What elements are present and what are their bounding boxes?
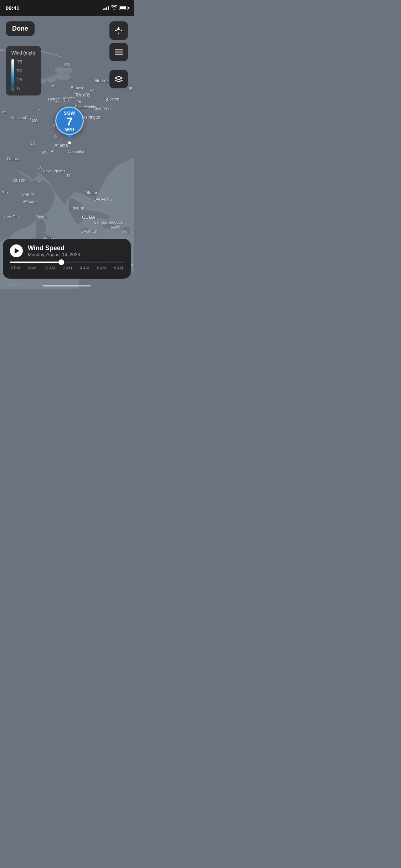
timeline-label-now: Now: [28, 266, 36, 270]
timeline-label-8am: 8 AM: [114, 266, 123, 270]
status-icons: [103, 5, 128, 11]
home-indicator: [43, 285, 91, 286]
map-container[interactable]: MontréalOttawaTorontoLondonDetroitBoston…: [0, 16, 134, 289]
svg-point-10: [91, 196, 93, 198]
timeline-labels: 8 PM Now 12 AM 2 AM 4 AM 6 AM 8 AM: [10, 266, 124, 270]
timeline-track[interactable]: [10, 262, 124, 263]
wind-gradient-bar: [11, 59, 14, 91]
svg-marker-26: [115, 76, 122, 80]
signal-bar-2: [104, 8, 106, 10]
svg-point-8: [102, 223, 115, 229]
map-data-link[interactable]: Map Data: [6, 282, 23, 286]
wind-scale-25: 25: [17, 77, 22, 82]
timeline-fill: [10, 262, 61, 263]
wind-speed: 7: [66, 116, 73, 127]
wind-pin: SSW 7 MPH: [55, 107, 84, 144]
layers-icon: [114, 76, 123, 83]
timeline-label-2am: 2 AM: [63, 266, 72, 270]
svg-point-12: [96, 203, 98, 205]
play-icon: [15, 248, 19, 254]
done-button[interactable]: Done: [6, 21, 35, 36]
signal-bar-4: [108, 6, 109, 10]
wind-scale-75: 75: [17, 59, 22, 64]
battery-icon: [119, 6, 128, 10]
panel-title: Wind Speed: [28, 244, 124, 252]
wind-scale-labels: 75 50 25 0: [17, 59, 22, 91]
panel-subtitle: Monday, August 14, 2023: [28, 252, 124, 257]
wind-legend-scale: 75 50 25 0: [11, 59, 36, 91]
panel-title-group: Wind Speed Monday, August 14, 2023: [28, 244, 124, 257]
svg-point-9: [122, 227, 131, 231]
status-bar: 09:41: [0, 0, 134, 16]
timeline-label-6am: 6 AM: [97, 266, 106, 270]
svg-point-7: [81, 227, 89, 232]
timeline-label-4am: 4 AM: [80, 266, 89, 270]
menu-icon: [115, 49, 123, 55]
location-button[interactable]: [109, 21, 128, 40]
wind-pin-circle: SSW 7 MPH: [55, 107, 84, 135]
wind-pin-tail: [67, 135, 72, 141]
layers-button[interactable]: [109, 70, 128, 88]
wind-legend-title: Wind (mph): [11, 50, 36, 56]
location-icon: [115, 27, 123, 35]
wifi-icon: [111, 5, 117, 11]
panel-header: Wind Speed Monday, August 14, 2023: [10, 244, 124, 257]
svg-point-11: [94, 200, 97, 201]
signal-bars-icon: [103, 6, 109, 10]
signal-bar-1: [103, 9, 104, 10]
wind-scale-0: 0: [17, 86, 22, 91]
timeline[interactable]: 8 PM Now 12 AM 2 AM 4 AM 6 AM 8 AM: [10, 262, 124, 270]
bottom-panel: Wind Speed Monday, August 14, 2023 8 PM …: [3, 239, 131, 279]
status-time: 09:41: [6, 5, 19, 11]
signal-bar-3: [106, 7, 107, 10]
timeline-label-12am: 12 AM: [44, 266, 55, 270]
timeline-thumb[interactable]: [58, 259, 64, 265]
wind-legend: Wind (mph) 75 50 25 0: [6, 46, 41, 95]
menu-button[interactable]: [109, 43, 128, 61]
wind-scale-50: 50: [17, 68, 22, 73]
timeline-label-8pm: 8 PM: [11, 266, 20, 270]
wind-pin-dot: [68, 141, 71, 144]
wind-unit: MPH: [65, 127, 74, 131]
battery-fill: [120, 6, 126, 9]
play-button[interactable]: [10, 244, 23, 257]
